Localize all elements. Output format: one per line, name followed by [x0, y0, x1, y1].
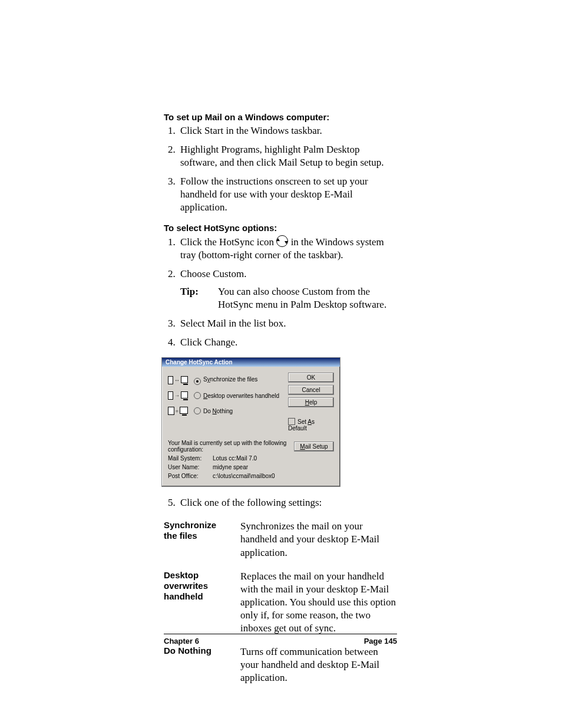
radio-sync-files[interactable]: ↔ Synchronize the files: [168, 373, 288, 388]
hotsync-steps-cont: Click one of the following settings:: [164, 496, 397, 509]
config-text: Your Mail is currently set up with the f…: [168, 440, 288, 453]
setting-label: Do Nothing: [164, 645, 229, 684]
heading-setup-mail: To set up Mail on a Windows computer:: [164, 112, 397, 122]
list-item: Highlight Programs, highlight Palm Deskt…: [178, 143, 397, 169]
setting-label: Desktop overwrites handheld: [164, 570, 229, 635]
settings-table: Synchronize the files Synchronizes the m…: [164, 520, 397, 684]
settings-row: Synchronize the files Synchronizes the m…: [164, 520, 397, 559]
tip-label: Tip:: [180, 285, 218, 311]
setting-desc: Synchronizes the mail on your handheld a…: [240, 520, 397, 559]
page: To set up Mail on a Windows computer: Cl…: [0, 0, 562, 728]
radio-do-nothing[interactable]: = Do Nothing: [168, 403, 288, 419]
footer-chapter: Chapter 6: [164, 637, 199, 645]
settings-row: Do Nothing Turns off communication betwe…: [164, 645, 397, 684]
radio-icon: [194, 407, 201, 414]
heading-hotsync-options: To select HotSync options:: [164, 223, 397, 233]
setting-desc: Turns off communication between your han…: [240, 645, 397, 684]
setting-label: Synchronize the files: [164, 520, 229, 559]
radio-icon: [194, 392, 201, 399]
list-item: Click Change.: [178, 336, 397, 349]
checkbox-icon: [288, 418, 295, 425]
list-item: Click the HotSync icon in the Windows sy…: [178, 235, 397, 262]
footer-page: Page 145: [364, 637, 397, 645]
list-item: Click one of the following settings:: [178, 496, 397, 509]
config-row: Post Office:c:\lotus\ccmail\mailbox0: [168, 473, 334, 479]
mail-setup-button[interactable]: Mail Setup: [294, 442, 334, 452]
settings-row: Desktop overwrites handheld Replaces the…: [164, 570, 397, 635]
config-row: Mail System:Lotus cc:Mail 7.0: [168, 455, 334, 462]
radio-icon: [194, 378, 201, 385]
text: Click the HotSync icon: [180, 236, 276, 248]
radio-desktop-overwrites[interactable]: → Desktop overwrites handheld: [168, 388, 288, 403]
list-item: Click Start in the Windows taskbar.: [178, 124, 397, 137]
hotsync-icon: [276, 235, 288, 247]
setup-steps: Click Start in the Windows taskbar. High…: [164, 124, 397, 215]
tip: Tip: You can also choose Custom from the…: [180, 285, 397, 311]
help-button[interactable]: Help: [288, 397, 334, 407]
cancel-button[interactable]: Cancel: [288, 385, 334, 395]
ok-button[interactable]: OK: [288, 373, 334, 383]
hotsync-steps: Click the HotSync icon in the Windows sy…: [164, 235, 397, 350]
change-hotsync-dialog: Change HotSync Action ↔ Synchronize the …: [161, 357, 340, 487]
text: Choose Custom.: [180, 268, 246, 279]
config-row: User Name:midyne spear: [168, 464, 334, 470]
dialog-titlebar: Change HotSync Action: [162, 358, 340, 367]
page-footer: Chapter 6 Page 145: [164, 634, 397, 645]
setting-desc: Replaces the mail on your handheld with …: [240, 570, 397, 635]
list-item: Choose Custom. Tip: You can also choose …: [178, 268, 397, 311]
set-default-checkbox[interactable]: Set As Default: [288, 418, 334, 431]
tip-text: You can also choose Custom from the HotS…: [218, 285, 397, 311]
list-item: Select Mail in the list box.: [178, 317, 397, 330]
list-item: Follow the instructions onscreen to set …: [178, 175, 397, 214]
